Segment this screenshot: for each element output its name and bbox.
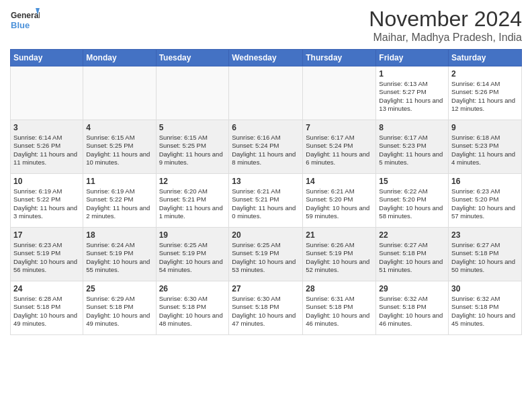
day-number: 3 — [13, 123, 80, 132]
day-info: Sunrise: 6:23 AM Sunset: 5:19 PM Dayligh… — [13, 241, 80, 274]
day-info: Sunrise: 6:26 AM Sunset: 5:19 PM Dayligh… — [306, 241, 373, 274]
day-info: Sunrise: 6:14 AM Sunset: 5:26 PM Dayligh… — [13, 134, 80, 167]
title-section: November 2024 Maihar, Madhya Pradesh, In… — [369, 7, 522, 44]
header-row: Sunday Monday Tuesday Wednesday Thursday… — [11, 50, 522, 66]
day-info: Sunrise: 6:27 AM Sunset: 5:18 PM Dayligh… — [379, 241, 445, 274]
day-info: Sunrise: 6:30 AM Sunset: 5:18 PM Dayligh… — [159, 295, 226, 328]
day-number: 7 — [306, 123, 373, 132]
calendar-cell: 17Sunrise: 6:23 AM Sunset: 5:19 PM Dayli… — [11, 228, 83, 281]
calendar-cell: 27Sunrise: 6:30 AM Sunset: 5:18 PM Dayli… — [229, 281, 303, 335]
col-monday: Monday — [83, 50, 156, 66]
day-info: Sunrise: 6:32 AM Sunset: 5:18 PM Dayligh… — [379, 295, 445, 328]
calendar-body: 1Sunrise: 6:13 AM Sunset: 5:27 PM Daylig… — [11, 66, 522, 335]
table-row: 17Sunrise: 6:23 AM Sunset: 5:19 PM Dayli… — [11, 228, 522, 281]
month-title: November 2024 — [369, 7, 522, 32]
day-number: 23 — [451, 230, 519, 240]
day-number: 15 — [379, 177, 445, 186]
calendar-cell — [83, 66, 156, 120]
calendar-cell: 4Sunrise: 6:15 AM Sunset: 5:25 PM Daylig… — [83, 120, 156, 174]
calendar-cell: 13Sunrise: 6:21 AM Sunset: 5:21 PM Dayli… — [229, 174, 303, 228]
day-number: 10 — [13, 177, 80, 186]
table-row: 10Sunrise: 6:19 AM Sunset: 5:22 PM Dayli… — [11, 174, 522, 228]
day-info: Sunrise: 6:25 AM Sunset: 5:19 PM Dayligh… — [232, 241, 300, 274]
calendar-cell: 5Sunrise: 6:15 AM Sunset: 5:25 PM Daylig… — [156, 120, 229, 174]
day-number: 26 — [159, 284, 226, 293]
logo: General Blue — [10, 7, 42, 34]
calendar-cell: 7Sunrise: 6:17 AM Sunset: 5:24 PM Daylig… — [303, 120, 376, 174]
day-number: 14 — [306, 177, 373, 186]
table-row: 1Sunrise: 6:13 AM Sunset: 5:27 PM Daylig… — [11, 66, 522, 120]
day-number: 2 — [451, 69, 519, 79]
calendar-cell — [156, 66, 229, 120]
calendar-cell: 21Sunrise: 6:26 AM Sunset: 5:19 PM Dayli… — [303, 228, 376, 281]
day-number: 27 — [232, 284, 300, 293]
day-info: Sunrise: 6:15 AM Sunset: 5:25 PM Dayligh… — [86, 134, 152, 167]
calendar-cell: 14Sunrise: 6:21 AM Sunset: 5:20 PM Dayli… — [303, 174, 376, 228]
day-number: 30 — [451, 284, 519, 293]
day-info: Sunrise: 6:16 AM Sunset: 5:24 PM Dayligh… — [232, 134, 300, 167]
svg-text:General: General — [11, 11, 40, 20]
calendar-cell: 11Sunrise: 6:19 AM Sunset: 5:22 PM Dayli… — [83, 174, 156, 228]
day-number: 6 — [232, 123, 300, 132]
day-info: Sunrise: 6:21 AM Sunset: 5:20 PM Dayligh… — [306, 187, 373, 220]
logo-svg: General Blue — [10, 7, 40, 34]
day-number: 1 — [379, 69, 445, 79]
calendar-cell: 3Sunrise: 6:14 AM Sunset: 5:26 PM Daylig… — [11, 120, 83, 174]
day-number: 22 — [379, 230, 445, 240]
day-info: Sunrise: 6:19 AM Sunset: 5:22 PM Dayligh… — [13, 187, 80, 220]
day-number: 11 — [86, 177, 152, 186]
day-number: 24 — [13, 284, 80, 293]
table-row: 24Sunrise: 6:28 AM Sunset: 5:18 PM Dayli… — [11, 281, 522, 335]
calendar-cell: 10Sunrise: 6:19 AM Sunset: 5:22 PM Dayli… — [11, 174, 83, 228]
day-number: 25 — [86, 284, 152, 293]
location: Maihar, Madhya Pradesh, India — [369, 32, 522, 44]
calendar-cell: 8Sunrise: 6:17 AM Sunset: 5:23 PM Daylig… — [376, 120, 449, 174]
day-number: 21 — [306, 230, 373, 240]
day-info: Sunrise: 6:21 AM Sunset: 5:21 PM Dayligh… — [232, 187, 300, 220]
day-number: 9 — [451, 123, 519, 132]
calendar-cell: 22Sunrise: 6:27 AM Sunset: 5:18 PM Dayli… — [376, 228, 449, 281]
calendar-cell: 15Sunrise: 6:22 AM Sunset: 5:20 PM Dayli… — [376, 174, 449, 228]
day-number: 19 — [159, 230, 226, 240]
col-tuesday: Tuesday — [156, 50, 229, 66]
day-info: Sunrise: 6:31 AM Sunset: 5:18 PM Dayligh… — [306, 295, 373, 328]
day-number: 20 — [232, 230, 300, 240]
day-info: Sunrise: 6:28 AM Sunset: 5:18 PM Dayligh… — [13, 295, 80, 328]
day-number: 17 — [13, 230, 80, 240]
col-wednesday: Wednesday — [229, 50, 303, 66]
day-info: Sunrise: 6:17 AM Sunset: 5:24 PM Dayligh… — [306, 134, 373, 167]
calendar-cell — [303, 66, 376, 120]
calendar-cell: 16Sunrise: 6:23 AM Sunset: 5:20 PM Dayli… — [449, 174, 522, 228]
calendar-cell: 28Sunrise: 6:31 AM Sunset: 5:18 PM Dayli… — [303, 281, 376, 335]
calendar-cell — [229, 66, 303, 120]
day-number: 28 — [306, 284, 373, 293]
col-friday: Friday — [376, 50, 449, 66]
col-saturday: Saturday — [449, 50, 522, 66]
header: General Blue November 2024 Maihar, Madhy… — [10, 7, 522, 44]
col-thursday: Thursday — [303, 50, 376, 66]
calendar-cell: 18Sunrise: 6:24 AM Sunset: 5:19 PM Dayli… — [83, 228, 156, 281]
day-number: 13 — [232, 177, 300, 186]
calendar-cell: 12Sunrise: 6:20 AM Sunset: 5:21 PM Dayli… — [156, 174, 229, 228]
calendar-cell: 29Sunrise: 6:32 AM Sunset: 5:18 PM Dayli… — [376, 281, 449, 335]
calendar-cell: 30Sunrise: 6:32 AM Sunset: 5:18 PM Dayli… — [449, 281, 522, 335]
day-info: Sunrise: 6:14 AM Sunset: 5:26 PM Dayligh… — [451, 80, 519, 113]
calendar-cell: 26Sunrise: 6:30 AM Sunset: 5:18 PM Dayli… — [156, 281, 229, 335]
calendar-cell: 2Sunrise: 6:14 AM Sunset: 5:26 PM Daylig… — [449, 66, 522, 120]
day-info: Sunrise: 6:20 AM Sunset: 5:21 PM Dayligh… — [159, 187, 226, 220]
calendar-cell: 6Sunrise: 6:16 AM Sunset: 5:24 PM Daylig… — [229, 120, 303, 174]
day-number: 18 — [86, 230, 152, 240]
calendar-cell: 19Sunrise: 6:25 AM Sunset: 5:19 PM Dayli… — [156, 228, 229, 281]
day-info: Sunrise: 6:13 AM Sunset: 5:27 PM Dayligh… — [379, 80, 445, 113]
day-info: Sunrise: 6:17 AM Sunset: 5:23 PM Dayligh… — [379, 134, 445, 167]
day-info: Sunrise: 6:24 AM Sunset: 5:19 PM Dayligh… — [86, 241, 152, 274]
day-info: Sunrise: 6:30 AM Sunset: 5:18 PM Dayligh… — [232, 295, 300, 328]
day-number: 5 — [159, 123, 226, 132]
day-info: Sunrise: 6:19 AM Sunset: 5:22 PM Dayligh… — [86, 187, 152, 220]
day-number: 8 — [379, 123, 445, 132]
day-info: Sunrise: 6:18 AM Sunset: 5:23 PM Dayligh… — [451, 134, 519, 167]
day-info: Sunrise: 6:25 AM Sunset: 5:19 PM Dayligh… — [159, 241, 226, 274]
day-info: Sunrise: 6:22 AM Sunset: 5:20 PM Dayligh… — [379, 187, 445, 220]
calendar-cell: 25Sunrise: 6:29 AM Sunset: 5:18 PM Dayli… — [83, 281, 156, 335]
calendar-cell: 9Sunrise: 6:18 AM Sunset: 5:23 PM Daylig… — [449, 120, 522, 174]
